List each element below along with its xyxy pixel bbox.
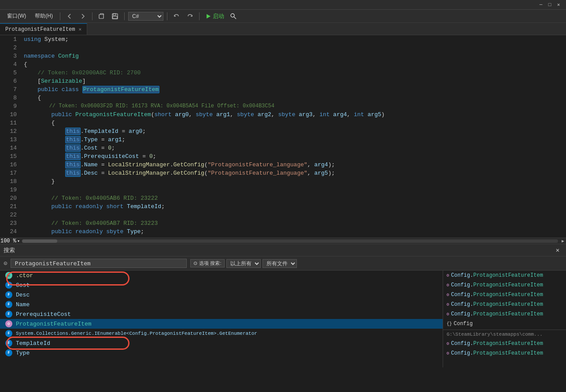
right-text-5: Config.ProtagonistFeatureItem (451, 311, 543, 317)
line-num-19: 19 (0, 186, 17, 194)
line-num-5: 5 (0, 69, 17, 77)
menu-help[interactable]: 帮助(H) (31, 11, 56, 21)
back-button[interactable] (64, 11, 75, 21)
line-num-21: 21 (0, 202, 17, 211)
line-num-22: 22 (0, 211, 17, 219)
line-num-10: 10 (0, 110, 17, 119)
code-line-5: // Token: 0x02000A8C RID: 2700 (24, 69, 566, 77)
right-result-8[interactable]: ⚙ Config.ProtagonistFeatureItem (443, 348, 566, 358)
code-line-3: namespace Config (24, 52, 566, 60)
result-cost[interactable]: F Cost (0, 280, 443, 290)
right-result-4[interactable]: ⚙ Config.ProtagonistFeatureItem (443, 300, 566, 309)
code-line-21: public readonly short TemplateId; (24, 202, 566, 211)
minimize-button[interactable]: ─ (537, 1, 545, 9)
h-scrollbar[interactable]: 100 % ▾ ▶ (0, 238, 566, 244)
code-line-10: public ProtagonistFeatureItem(short arg0… (24, 110, 566, 119)
line-num-14: ▶ 14 (0, 144, 17, 152)
line-num-4: 4 (0, 60, 17, 69)
menu-separator (60, 12, 60, 20)
menu-separator3 (124, 12, 125, 20)
right-result-2[interactable]: ⚙ Config.ProtagonistFeatureItem (443, 280, 566, 290)
result-templateid[interactable]: F TemplateId (0, 338, 443, 348)
right-icon-4: ⚙ (447, 302, 449, 307)
tab-protagonist-feature-item[interactable]: ProtagonistFeatureItem ✕ (0, 23, 87, 35)
result-prerequisitecost[interactable]: F PrerequisiteCost (0, 309, 443, 319)
panel-title: 搜索 (4, 246, 15, 254)
right-text-7: Config.ProtagonistFeatureItem (451, 341, 543, 347)
code-line-12: this.TemplateId = arg0; (24, 127, 566, 136)
right-result-6[interactable]: {} Config (443, 319, 566, 329)
search-scope-dropdown[interactable]: 以上所有 (226, 259, 261, 268)
bottom-panel: 搜索 ✕ ⊙ ⊙ 选项 搜索: 以上所有 所有文件 C .ct (0, 244, 566, 389)
scroll-right-btn[interactable]: ▶ (560, 238, 566, 244)
code-line-20: // Token: 0x04005AB6 RID: 23222 (24, 194, 566, 202)
right-text-3: Config.ProtagonistFeatureItem (451, 292, 543, 298)
right-icon-1: ⚙ (447, 273, 449, 278)
line-num-18: 18 (0, 177, 17, 186)
line-num-2: 2 (0, 44, 17, 52)
code-line-22 (24, 211, 566, 219)
result-icon-type: F (5, 349, 12, 356)
svg-rect-0 (99, 15, 104, 18)
line-num-7: 7 (0, 85, 17, 94)
result-ctor[interactable]: C .ctor (0, 271, 443, 280)
svg-point-5 (231, 14, 234, 17)
language-selector[interactable]: C# (128, 12, 163, 21)
right-panel: ⚙ Config.ProtagonistFeatureItem ⚙ Config… (443, 271, 566, 367)
scrollbar-thumb[interactable] (22, 239, 57, 243)
svg-marker-4 (207, 14, 211, 18)
tab-close-button[interactable]: ✕ (78, 26, 81, 32)
right-text-1: Config.ProtagonistFeatureItem (451, 272, 543, 278)
open-file-button[interactable] (96, 11, 107, 21)
code-line-2 (24, 44, 566, 52)
save-button[interactable] (109, 11, 121, 21)
zoom-dropdown-arrow[interactable]: ▾ (17, 238, 20, 244)
left-results: C .ctor F Cost F Desc F Name F Prerequis… (0, 271, 443, 385)
search-input[interactable] (11, 259, 187, 268)
svg-line-6 (234, 17, 236, 19)
scrollbar-track[interactable] (22, 239, 558, 243)
result-name-cost: Cost (16, 282, 30, 289)
result-name-item[interactable]: F Name (0, 300, 443, 309)
right-icon-5: ⚙ (447, 311, 449, 317)
code-area[interactable]: using System; namespace Config { // Toke… (20, 35, 566, 238)
line-num-20: 20 (0, 194, 17, 202)
code-line-15: this.PrerequisiteCost = 0; (24, 152, 566, 161)
code-line-8: { (24, 94, 566, 102)
forward-button[interactable] (77, 11, 89, 21)
undo-button[interactable] (171, 11, 182, 21)
code-line-9: // Token: 0x06003F2D RID: 16173 RVA: 0x0… (24, 102, 566, 110)
title-bar: ─ □ ✕ (0, 0, 566, 10)
maximize-button[interactable]: □ (546, 1, 554, 9)
options-button[interactable]: ⊙ 选项 搜索: (190, 259, 224, 267)
result-icon-enum: F (5, 330, 12, 337)
right-result-5[interactable]: ⚙ Config.ProtagonistFeatureItem (443, 309, 566, 319)
search-expand-btn[interactable]: ⊙ (4, 260, 7, 267)
line-num-17: 17 (0, 169, 17, 177)
code-line-14: this.Cost = 0; (24, 144, 566, 152)
right-result-7[interactable]: ⚙ Config.ProtagonistFeatureItem (443, 339, 566, 348)
result-type[interactable]: F Type (0, 348, 443, 358)
code-line-11: { (24, 119, 566, 127)
line-numbers: 1 2 3 4 5 6 7 8 9 10 11 12 13 ▶ 14 15 16… (0, 35, 20, 238)
menu-window[interactable]: 窗口(W) (4, 11, 30, 21)
close-button[interactable]: ✕ (555, 1, 562, 9)
right-text-2: Config.ProtagonistFeatureItem (451, 282, 543, 288)
file-filter-dropdown[interactable]: 所有文件 (263, 259, 297, 268)
result-protagonist[interactable]: ⚙ ProtagonistFeatureItem (0, 319, 443, 329)
result-desc[interactable]: F Desc (0, 290, 443, 300)
redo-button[interactable] (184, 11, 196, 21)
line-num-13: 13 (0, 136, 17, 144)
panel-close-btn[interactable]: ✕ (553, 245, 562, 255)
result-icon-prereq: F (5, 311, 12, 318)
result-name-templateid: TemplateId (16, 340, 50, 347)
code-line-6: [Serializable] (24, 77, 566, 85)
code-line-1: using System; (24, 35, 566, 44)
right-result-1[interactable]: ⚙ Config.ProtagonistFeatureItem (443, 271, 566, 280)
search-button[interactable] (229, 11, 238, 21)
result-getenumerator[interactable]: F System.Collections.Generic.IEnumerable… (0, 329, 443, 338)
run-button[interactable]: 启动 (203, 11, 227, 21)
right-result-3[interactable]: ⚙ Config.ProtagonistFeatureItem (443, 290, 566, 300)
right-text-8: Config.ProtagonistFeatureItem (451, 350, 543, 356)
tab-bar: ProtagonistFeatureItem ✕ (0, 23, 566, 35)
